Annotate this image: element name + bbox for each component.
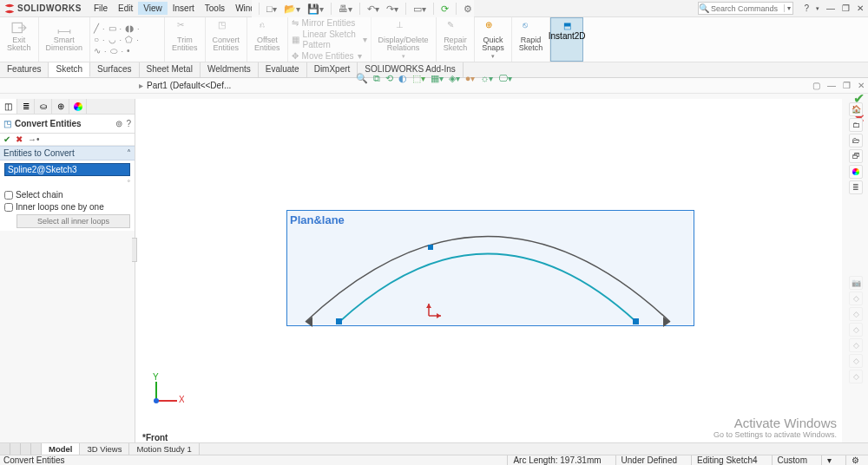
redo-icon[interactable]: ↷▾ [385,3,400,15]
exit-sketch-button[interactable]: ExitSketch [3,20,35,52]
taskpane-x3-icon[interactable]: ◇ [849,323,863,337]
close-button[interactable]: ✕ [856,3,865,13]
taskpane-appearance-icon[interactable] [849,165,863,179]
hide-show-icon[interactable]: ◈▾ [449,73,460,84]
inner-loops-checkbox[interactable]: Inner loops one by one [4,202,130,212]
taskpane-resources-icon[interactable]: 🗀 [849,118,863,132]
menu-edit[interactable]: Edit [113,2,138,15]
tab-surfaces[interactable]: Surfaces [90,62,139,77]
save-icon[interactable]: 💾▾ [306,3,326,15]
scene-icon[interactable]: ☼▾ [480,73,493,84]
arc-icon[interactable]: ◡ [108,35,116,45]
zoom-fit-icon[interactable]: 🔍 [356,73,368,84]
select-chain-checkbox[interactable]: Select chain [4,190,130,200]
tab-model[interactable]: Model [42,443,80,455]
taskpane-x6-icon[interactable]: ◇ [849,370,863,383]
status-custom[interactable]: Custom [772,455,812,465]
tab-weldments[interactable]: Weldments [201,62,259,77]
slot-icon[interactable]: ◖◗ [125,23,134,34]
mirror-icon[interactable]: ⇋ [292,18,299,29]
options-icon[interactable]: ⚙ [462,3,474,15]
pm-tab-appearance-icon[interactable] [69,99,87,114]
display-style-icon[interactable]: ▦▾ [431,73,444,84]
print-icon[interactable]: 🖶▾ [337,3,354,14]
pm-push-pin-icon[interactable]: →• [28,134,40,144]
menu-tools[interactable]: Tools [200,2,230,15]
view-triad[interactable]: Y X [149,373,184,408]
rebuild-icon[interactable]: ⟳ [439,3,450,15]
polygon-icon[interactable]: ⬠ [125,35,133,45]
repair-sketch-button[interactable]: ✎RepairSketch [440,20,471,52]
instant2d-button[interactable]: ⬒Instant2D [550,17,583,62]
smart-dimension-button[interactable]: SmartDimension [43,20,87,52]
menu-file[interactable]: File [89,2,113,15]
search-dropdown-icon[interactable]: ▾ [784,4,792,12]
undo-icon[interactable]: ↶▾ [365,3,381,15]
pm-pin-icon[interactable]: ⊚ [115,119,122,128]
tab-sheetmetal[interactable]: Sheet Metal [140,62,201,77]
taskpane-home-icon[interactable]: 🏠 [849,102,863,116]
status-cog-icon[interactable]: ⚙ [845,455,865,465]
pm-tab-property-icon[interactable]: ≣ [17,99,35,114]
taskpane-x1-icon[interactable]: ◇ [849,291,863,305]
pm-section-header[interactable]: Entities to Convert˄ [0,146,135,160]
tab-evaluate[interactable]: Evaluate [259,62,307,77]
ellipse-icon[interactable]: ⬭ [110,46,118,56]
select-all-inner-loops-button[interactable]: Select all inner loops [16,214,130,228]
search-input[interactable] [709,4,784,13]
new-icon[interactable]: □▾ [265,3,279,14]
tab-nav-stub[interactable] [0,443,42,455]
menu-view[interactable]: View [138,2,168,15]
display-relations-button[interactable]: ⊥Display/DeleteRelations▾ [375,20,432,60]
restore-button[interactable]: ❐ [841,3,851,13]
tab-motion1[interactable]: Motion Study 1 [129,443,199,455]
menu-insert[interactable]: Insert [168,2,200,15]
tab-dimxpert[interactable]: DimXpert [307,62,358,77]
point-icon[interactable]: • [127,46,130,56]
pm-tab-feature-tree-icon[interactable]: ◫ [0,99,17,114]
tab-3dviews[interactable]: 3D Views [80,443,129,455]
pm-tab-config-icon[interactable]: ⛀ [35,99,52,114]
convert-entities-button[interactable]: ◳ConvertEntities [209,20,244,52]
view-orient-icon[interactable]: ⬚▾ [412,73,425,84]
doc-max-icon[interactable]: ❐ [843,81,851,90]
spline-icon[interactable]: ∿ [94,46,101,56]
open-icon[interactable]: 📂▾ [282,3,302,15]
taskpane-x4-icon[interactable]: ◇ [849,338,863,352]
section-view-icon[interactable]: ◐ [398,73,407,84]
help-icon[interactable]: ? [803,3,810,13]
pm-tab-dim-icon[interactable]: ⊕ [52,99,69,114]
tab-features[interactable]: Features [0,62,49,77]
taskpane-x5-icon[interactable]: ◇ [849,354,863,368]
select-icon[interactable]: ▭▾ [411,3,428,15]
move-icon[interactable]: ✥ [292,51,299,62]
circle-icon[interactable]: ○ [94,35,99,45]
taskpane-library-icon[interactable]: 🗁 [849,134,863,147]
zoom-area-icon[interactable]: ⧉ [373,73,380,84]
taskpane-x2-icon[interactable]: ◇ [849,307,863,321]
lsp-icon[interactable]: ▦ [292,35,299,45]
rapid-sketch-button[interactable]: ⎋RapidSketch [516,20,547,52]
pm-ok-button[interactable]: ✔ [3,134,10,144]
doc-min-icon[interactable]: — [827,81,836,90]
taskpane-view-icon[interactable]: 🗗 [849,149,863,163]
prev-view-icon[interactable]: ⟲ [385,73,393,84]
trim-entities-button[interactable]: ✂TrimEntities [168,20,201,52]
doc-pin-icon[interactable]: ▢ [812,81,820,90]
pm-help-icon[interactable]: ? [126,119,131,128]
line-icon[interactable]: ╱ [94,23,99,34]
corner-rect-icon[interactable]: ▭ [108,23,116,34]
appearance-icon[interactable]: ●▾ [465,73,476,84]
tab-sketch[interactable]: Sketch [49,62,90,77]
taskpane-camera-icon[interactable]: 📷 [849,276,863,290]
pm-cancel-button[interactable]: ✖ [16,134,23,144]
minimize-button[interactable]: — [825,3,836,13]
doc-close-icon[interactable]: ✕ [858,81,865,90]
taskpane-props-icon[interactable]: ≣ [849,180,863,194]
view-settings-icon[interactable]: 🖵▾ [498,73,512,84]
offset-entities-button[interactable]: ⎌OffsetEntities [251,20,284,52]
breadcrumb[interactable]: Part1 (Default<<Def... [139,81,231,90]
selection-list[interactable]: Spline2@Sketch3 [4,163,130,176]
status-dropdown-icon[interactable]: ▾ [821,455,837,465]
graphics-area[interactable]: ✔ ✖ Plan&lane Y X *Front Activate Window… [135,99,842,444]
